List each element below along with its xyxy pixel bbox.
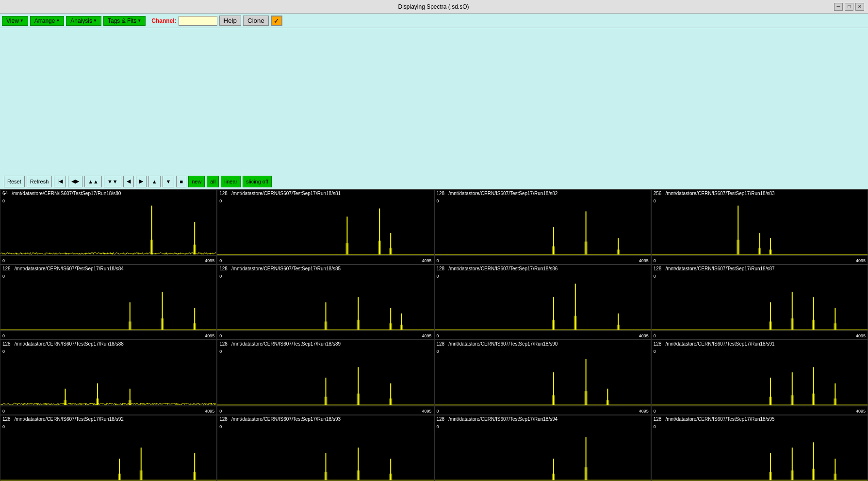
axis-4095-5: 4095 <box>422 333 431 338</box>
maximize-button[interactable]: □ <box>845 3 853 11</box>
axis-4095-1: 4095 <box>422 258 431 263</box>
stop-icon: ■ <box>180 179 183 184</box>
channel-label: Channel: <box>151 17 176 24</box>
axis-y-11: 0 <box>654 349 656 354</box>
nav-down2-button[interactable]: ▼ <box>163 176 175 187</box>
spectrum-number-3: 256 <box>654 191 662 196</box>
all-button[interactable]: all <box>207 176 219 187</box>
spectrum-header-1: 128/mnt/datastore/CERN/IS607/TestSep17/R… <box>217 190 433 197</box>
nav-right-button[interactable]: ▶ <box>136 176 147 187</box>
spectrum-path-10: /mnt/datastore/CERN/IS607/TestSep17/Run1… <box>448 341 557 347</box>
spectrum-panel-5[interactable]: 128/mnt/datastore/CERN/IS607/TestSep17/R… <box>217 265 434 340</box>
axis-y-14: 0 <box>437 424 439 429</box>
spectrum-path-15: /mnt/datastore/CERN/IS607/TestSep17/Run1… <box>665 416 774 422</box>
spectrum-path-13: /mnt/datastore/CERN/IS607/TestSep17/Run1… <box>231 416 341 422</box>
nav-up2-button[interactable]: ▲ <box>148 176 161 187</box>
refresh-button[interactable]: Refresh <box>27 176 52 187</box>
check-button[interactable]: ✓ <box>271 16 282 26</box>
view-menu-arrow: ▼ <box>20 18 24 23</box>
spectrum-panel-8[interactable]: 128/mnt/datastore/CERN/IS607/TestSep17/R… <box>0 340 217 415</box>
spectrum-header-4: 128/mnt/datastore/CERN/IS607/TestSep17/R… <box>0 265 216 272</box>
close-button[interactable]: ✕ <box>855 3 864 11</box>
spectrum-header-12: 128/mnt/datastore/CERN/IS607/TestSep17/R… <box>0 415 216 423</box>
nav-prev-fast-button[interactable]: ◀▶ <box>68 176 82 187</box>
spectrum-header-10: 128/mnt/datastore/CERN/IS607/TestSep17/R… <box>435 340 651 348</box>
spectrum-number-14: 128 <box>437 416 445 422</box>
axis-0-2: 0 <box>437 258 439 263</box>
nav-left-icon: ◀ <box>127 178 131 184</box>
spectrum-panel-12[interactable]: 128/mnt/datastore/CERN/IS607/TestSep17/R… <box>0 415 217 481</box>
spectrum-panel-9[interactable]: 128/mnt/datastore/CERN/IS607/TestSep17/R… <box>217 340 434 415</box>
spectrum-header-7: 128/mnt/datastore/CERN/IS607/TestSep17/R… <box>652 265 868 272</box>
reset-button[interactable]: Reset <box>4 176 25 187</box>
spectrum-canvas-12 <box>0 415 216 481</box>
spectrum-panel-6[interactable]: 128/mnt/datastore/CERN/IS607/TestSep17/R… <box>434 265 651 340</box>
axis-y-4: 0 <box>2 274 5 279</box>
axis-y-10: 0 <box>437 349 439 354</box>
spectrum-header-9: 128/mnt/datastore/CERN/IS607/TestSep17/R… <box>217 340 433 348</box>
spectrum-panel-2[interactable]: 128/mnt/datastore/CERN/IS607/TestSep17/R… <box>434 189 651 265</box>
view-menu-label: View <box>6 17 19 24</box>
channel-input[interactable] <box>179 16 217 26</box>
spectrum-canvas-6 <box>435 265 651 339</box>
view-menu[interactable]: View ▼ <box>2 16 28 26</box>
spectrum-header-8: 128/mnt/datastore/CERN/IS607/TestSep17/R… <box>0 340 216 348</box>
nav-up-button[interactable]: ▲▲ <box>84 176 102 187</box>
spectrum-panel-11[interactable]: 128/mnt/datastore/CERN/IS607/TestSep17/R… <box>651 340 868 415</box>
axis-0-8: 0 <box>2 409 5 414</box>
spectrum-panel-7[interactable]: 128/mnt/datastore/CERN/IS607/TestSep17/R… <box>651 265 868 340</box>
spectrum-canvas-13 <box>217 415 433 481</box>
spectrum-panel-4[interactable]: 128/mnt/datastore/CERN/IS607/TestSep17/R… <box>0 265 217 340</box>
spectrum-path-14: /mnt/datastore/CERN/IS607/TestSep17/Run1… <box>448 416 557 422</box>
spectrum-number-6: 128 <box>437 266 445 271</box>
axis-0-0: 0 <box>2 258 5 263</box>
spectrum-panel-3[interactable]: 256/mnt/datastore/CERN/IS607/TestSep17/R… <box>651 189 868 265</box>
spectrum-panel-10[interactable]: 128/mnt/datastore/CERN/IS607/TestSep17/R… <box>434 340 651 415</box>
analysis-menu-label: Analysis <box>70 17 92 24</box>
spectrum-header-11: 128/mnt/datastore/CERN/IS607/TestSep17/R… <box>652 340 868 348</box>
axis-y-6: 0 <box>437 274 439 279</box>
clone-button[interactable]: Clone <box>243 16 269 26</box>
nav-down-button[interactable]: ▼▼ <box>104 176 121 187</box>
slicing-off-button[interactable]: slicing off <box>243 176 272 187</box>
spectrum-canvas-0 <box>0 190 216 264</box>
axis-0-1: 0 <box>219 258 222 263</box>
analysis-menu[interactable]: Analysis ▼ <box>66 16 101 26</box>
title-bar-controls: ─ □ ✕ <box>834 3 864 11</box>
help-button[interactable]: Help <box>219 16 241 26</box>
spectrum-canvas-15 <box>652 415 868 481</box>
toolbar2: Reset Refresh |◀ ◀▶ ▲▲ ▼▼ ◀ ▶ ▲ ▼ ■ new … <box>0 174 868 189</box>
minimize-button[interactable]: ─ <box>834 3 843 11</box>
linear-button[interactable]: linear <box>221 176 241 187</box>
spectrum-number-7: 128 <box>654 266 662 271</box>
spectrum-path-0: /mnt/datastore/CERN/IS607/TestSep17/Run1… <box>12 191 121 196</box>
spectrum-path-7: /mnt/datastore/CERN/IS607/TestSep17/Run1… <box>665 266 774 271</box>
spectrum-canvas-11 <box>652 340 868 415</box>
spectrum-path-9: /mnt/datastore/CERN/IS607/TestSep17/Run1… <box>231 341 341 347</box>
spectrum-number-9: 128 <box>219 341 228 347</box>
new-button[interactable]: new <box>188 176 205 187</box>
nav-first-button[interactable]: |◀ <box>54 176 66 187</box>
spectrum-panel-0[interactable]: 64/mnt/datastore/CERN/IS607/TestSep17/Ru… <box>0 189 217 265</box>
nav-down-icon: ▼▼ <box>107 179 118 184</box>
tags-fits-menu[interactable]: Tags & Fits ▼ <box>103 16 146 26</box>
tags-fits-menu-label: Tags & Fits <box>108 17 136 24</box>
spectrum-canvas-1 <box>217 190 433 264</box>
nav-left-button[interactable]: ◀ <box>123 176 134 187</box>
stop-button[interactable]: ■ <box>176 176 186 187</box>
spectrum-panel-15[interactable]: 128/mnt/datastore/CERN/IS607/TestSep17/R… <box>651 415 868 481</box>
spectrum-panel-1[interactable]: 128/mnt/datastore/CERN/IS607/TestSep17/R… <box>217 189 434 265</box>
spectrum-number-8: 128 <box>2 341 11 347</box>
arrange-menu[interactable]: Arrange ▼ <box>30 16 65 26</box>
axis-y-8: 0 <box>2 349 5 354</box>
analysis-menu-arrow: ▼ <box>93 18 97 23</box>
spectrum-canvas-4 <box>0 265 216 339</box>
spectrum-panel-14[interactable]: 128/mnt/datastore/CERN/IS607/TestSep17/R… <box>434 415 651 481</box>
axis-4095-3: 4095 <box>856 258 866 263</box>
axis-0-3: 0 <box>654 258 656 263</box>
axis-y-0: 0 <box>2 199 5 203</box>
spectrum-canvas-2 <box>435 190 651 264</box>
arrange-menu-arrow: ▼ <box>56 18 60 23</box>
spectrum-path-8: /mnt/datastore/CERN/IS607/TestSep17/Run1… <box>15 341 124 347</box>
spectrum-panel-13[interactable]: 128/mnt/datastore/CERN/IS607/TestSep17/R… <box>217 415 434 481</box>
